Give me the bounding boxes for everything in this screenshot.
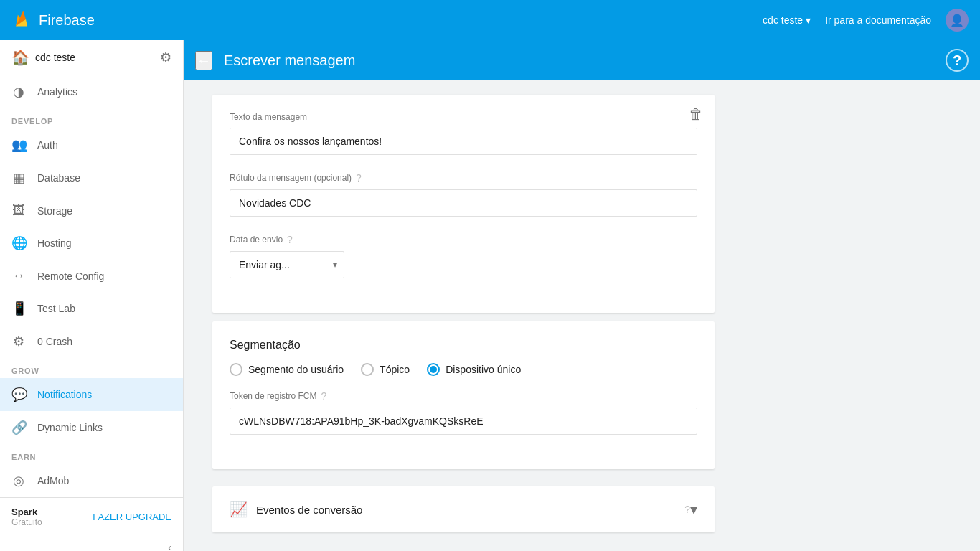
sidebar-item-remote-config-label: Remote Config [37, 270, 104, 282]
sidebar-item-remote-config[interactable]: ↔ Remote Config [0, 260, 183, 292]
sidebar-item-auth[interactable]: 👥 Auth [0, 128, 183, 161]
message-text-group: Texto da mensagem [230, 112, 697, 155]
upgrade-button[interactable]: FAZER UPGRADE [93, 512, 171, 522]
collapse-icon: ‹ [168, 542, 171, 551]
dynamic-links-icon: 🔗 [11, 420, 26, 435]
hosting-icon: 🌐 [11, 235, 26, 251]
sidebar-item-storage[interactable]: 🖼 Storage [0, 194, 183, 227]
segmentation-title: Segmentação [230, 339, 697, 352]
grow-section-label: GROW [0, 358, 183, 378]
send-date-group: Data de envio ? Enviar ag... Agendar ▾ [230, 234, 697, 278]
conversion-help-icon[interactable]: ? [684, 504, 690, 515]
sidebar-item-storage-label: Storage [37, 205, 72, 217]
message-text-input[interactable] [230, 128, 697, 155]
sidebar-item-analytics-label: Analytics [37, 86, 77, 98]
send-date-select[interactable]: Enviar ag... Agendar [230, 251, 344, 278]
conversion-expand-icon[interactable]: ▾ [690, 501, 697, 518]
message-label-help-icon[interactable]: ? [356, 172, 362, 184]
sidebar-item-database[interactable]: ▦ Database [0, 161, 183, 194]
settings-icon[interactable]: ⚙ [160, 50, 171, 65]
project-name: cdc teste [763, 14, 803, 26]
radio-group: Segmento do usuário Tópico Dispositivo ú… [230, 363, 697, 376]
sidebar-item-crash-label: 0 Crash [37, 336, 72, 347]
sidebar-project: 🏠 cdc teste ⚙ [0, 40, 183, 75]
radio-unique-device[interactable]: Dispositivo único [427, 363, 521, 376]
segmentation-card: Segmentação Segmento do usuário Tópico [212, 321, 715, 469]
sidebar-nav: ◑ Analytics DEVELOP 👥 Auth ▦ Database 🖼 … [0, 75, 183, 497]
back-button[interactable]: ← [195, 51, 212, 70]
fcm-token-label: Token de registro FCM ? [230, 390, 697, 402]
sidebar-item-test-lab-label: Test Lab [37, 303, 75, 314]
fcm-token-input[interactable] [230, 408, 697, 435]
send-date-select-wrap: Enviar ag... Agendar ▾ [230, 251, 344, 278]
develop-section-label: DEVELOP [0, 108, 183, 128]
sidebar-item-dynamic-links[interactable]: 🔗 Dynamic Links [0, 411, 183, 444]
docs-link[interactable]: Ir para a documentação [825, 14, 931, 26]
home-icon: 🏠 [11, 49, 29, 66]
sidebar-item-admob-label: AdMob [37, 475, 69, 486]
sidebar-item-notifications-label: Notifications [37, 389, 92, 400]
send-date-label: Data de envio ? [230, 234, 697, 245]
crash-icon: ⚙ [11, 334, 26, 349]
sidebar-item-hosting-label: Hosting [37, 237, 71, 249]
sidebar-item-dynamic-links-label: Dynamic Links [37, 422, 103, 433]
remote-config-icon: ↔ [11, 268, 26, 283]
avatar-icon: 👤 [950, 14, 964, 27]
notifications-icon: 💬 [11, 387, 26, 402]
radio-circle-unique-device [427, 363, 440, 376]
sidebar-item-admob[interactable]: ◎ AdMob [0, 464, 183, 497]
delete-button[interactable]: 🗑 [689, 106, 703, 123]
user-avatar[interactable]: 👤 [946, 9, 969, 32]
radio-topic[interactable]: Tópico [361, 363, 410, 376]
conversion-events-icon: 📈 [230, 501, 248, 518]
message-label-label: Rótulo da mensagem (opcional) ? [230, 172, 697, 184]
cards-container: 🗑 Texto da mensagem Rótulo da mensagem (… [212, 95, 951, 532]
sidebar-footer: Spark Gratuito FAZER UPGRADE [0, 497, 183, 536]
conversion-events-section[interactable]: 📈 Eventos de conversão ? ▾ [212, 486, 715, 532]
radio-user-segment[interactable]: Segmento do usuário [230, 363, 344, 376]
top-nav-right: cdc teste ▾ Ir para a documentação 👤 [763, 9, 969, 32]
radio-unique-device-label: Dispositivo único [446, 364, 521, 375]
database-icon: ▦ [11, 170, 26, 186]
top-nav: Firebase cdc teste ▾ Ir para a documenta… [0, 0, 980, 40]
sidebar-item-auth-label: Auth [37, 139, 58, 151]
project-selector[interactable]: cdc teste ▾ [763, 14, 811, 26]
radio-circle-topic [361, 363, 374, 376]
auth-icon: 👥 [11, 137, 26, 153]
plan-desc: Gratuito [11, 517, 42, 527]
radio-topic-label: Tópico [380, 364, 410, 375]
sidebar-item-database-label: Database [37, 172, 80, 184]
sidebar-item-test-lab[interactable]: 📱 Test Lab [0, 292, 183, 325]
form-area: 🗑 Texto da mensagem Rótulo da mensagem (… [184, 80, 980, 551]
page-header: ← Escrever mensagem ? [184, 40, 980, 80]
admob-icon: ◎ [11, 473, 26, 489]
sidebar-collapse[interactable]: ‹ [0, 536, 183, 551]
page-title: Escrever mensagem [224, 52, 934, 69]
brand: Firebase [11, 10, 763, 30]
message-label-input[interactable] [230, 189, 697, 217]
sidebar-item-crash[interactable]: ⚙ 0 Crash [0, 325, 183, 358]
plan-name: Spark [11, 507, 42, 517]
firebase-logo-icon [11, 10, 32, 30]
radio-user-segment-label: Segmento do usuário [248, 364, 344, 375]
fcm-help-icon[interactable]: ? [321, 390, 326, 402]
sidebar: 🏠 cdc teste ⚙ ◑ Analytics DEVELOP 👥 Auth… [0, 40, 184, 551]
message-form-card: 🗑 Texto da mensagem Rótulo da mensagem (… [212, 95, 715, 313]
main-content: ← Escrever mensagem ? 🗑 Texto da mensage… [184, 40, 980, 551]
send-date-help-icon[interactable]: ? [287, 234, 293, 245]
app-title: Firebase [39, 12, 95, 29]
message-label-group: Rótulo da mensagem (opcional) ? [230, 172, 697, 217]
sidebar-item-analytics[interactable]: ◑ Analytics [0, 75, 183, 108]
layout: 🏠 cdc teste ⚙ ◑ Analytics DEVELOP 👥 Auth… [0, 40, 980, 551]
storage-icon: 🖼 [11, 203, 26, 218]
radio-inner-unique-device [430, 366, 437, 373]
dropdown-icon: ▾ [806, 14, 811, 26]
test-lab-icon: 📱 [11, 301, 26, 316]
sidebar-item-notifications[interactable]: 💬 Notifications [0, 378, 183, 411]
earn-section-label: EARN [0, 444, 183, 464]
sidebar-item-hosting[interactable]: 🌐 Hosting [0, 227, 183, 260]
help-button[interactable]: ? [946, 49, 969, 72]
conversion-events-title: Eventos de conversão [256, 504, 679, 516]
analytics-icon: ◑ [11, 84, 26, 100]
sidebar-project-name: cdc teste [35, 52, 154, 63]
